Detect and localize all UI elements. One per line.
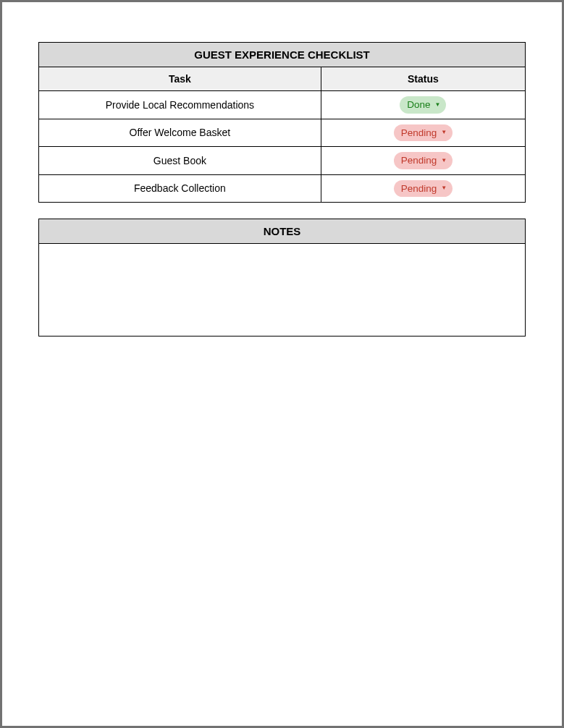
column-header-status: Status	[321, 67, 525, 91]
status-label: Pending	[401, 127, 437, 140]
status-dropdown[interactable]: Done ▼	[400, 96, 446, 114]
status-cell: Pending ▼	[321, 147, 525, 175]
caret-down-icon: ▼	[435, 102, 441, 108]
status-cell: Pending ▼	[321, 119, 525, 147]
table-row: Offer Welcome Basket Pending ▼	[39, 119, 526, 147]
notes-title: NOTES	[38, 219, 526, 244]
task-cell: Feedback Collection	[39, 174, 321, 203]
status-cell: Done ▼	[321, 91, 525, 119]
caret-down-icon: ▼	[441, 130, 447, 135]
task-cell: Provide Local Recommendations	[39, 91, 321, 119]
status-dropdown[interactable]: Pending ▼	[394, 180, 453, 198]
status-label: Pending	[401, 154, 437, 167]
checklist-table: GUEST EXPERIENCE CHECKLIST Task Status P…	[38, 42, 526, 203]
caret-down-icon: ▼	[441, 185, 447, 191]
notes-body[interactable]	[38, 244, 526, 337]
table-row: Guest Book Pending ▼	[39, 147, 526, 175]
task-cell: Offer Welcome Basket	[39, 119, 321, 147]
caret-down-icon: ▼	[441, 158, 447, 164]
table-row: Provide Local Recommendations Done ▼	[39, 91, 526, 119]
status-label: Done	[407, 98, 430, 111]
status-dropdown[interactable]: Pending ▼	[394, 152, 453, 169]
notes-section: NOTES	[38, 219, 526, 337]
status-dropdown[interactable]: Pending ▼	[394, 124, 453, 142]
checklist-title: GUEST EXPERIENCE CHECKLIST	[39, 43, 526, 67]
status-label: Pending	[401, 182, 437, 195]
task-cell: Guest Book	[39, 147, 321, 175]
table-row: Feedback Collection Pending ▼	[39, 174, 526, 203]
column-header-task: Task	[39, 67, 321, 91]
status-cell: Pending ▼	[321, 174, 525, 203]
